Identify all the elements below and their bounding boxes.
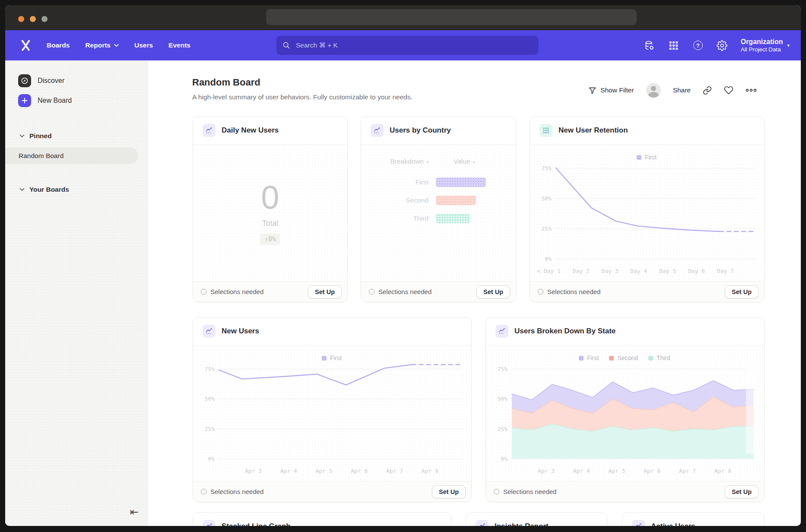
show-filter-button[interactable]: Show Filter bbox=[588, 86, 634, 95]
sidebar-collapse-button[interactable]: ⇤ bbox=[130, 507, 139, 517]
card-footer: Selections needed Set Up bbox=[361, 281, 516, 302]
legend-label: Third bbox=[657, 355, 670, 361]
desktop-background: Boards Reports Users Events ? bbox=[0, 0, 806, 532]
chevron-down-icon: ▾ bbox=[473, 160, 475, 165]
retention-grid-icon bbox=[539, 124, 552, 137]
copy-link-button[interactable] bbox=[703, 86, 712, 95]
sidebar-item-new-board[interactable]: New Board bbox=[5, 91, 148, 111]
x-axis-label: Apr 4 bbox=[280, 468, 297, 474]
org-project-switcher[interactable]: Organization All Project Data ▾ bbox=[741, 38, 790, 54]
ellipsis-icon bbox=[746, 88, 757, 92]
apps-grid-icon[interactable] bbox=[668, 40, 679, 51]
card-active-users: Active Users bbox=[622, 512, 765, 526]
set-up-button[interactable]: Set Up bbox=[725, 285, 758, 298]
heart-icon bbox=[724, 86, 733, 95]
x-axis-label: Day 6 bbox=[688, 268, 705, 274]
search-input[interactable] bbox=[295, 41, 532, 50]
window-minimize-button[interactable] bbox=[30, 16, 36, 22]
sidebar-item-label: New Board bbox=[38, 97, 72, 104]
breakdown-dropdown[interactable]: Breakdown▾ bbox=[361, 158, 428, 165]
window-controls bbox=[18, 16, 48, 22]
state-area-chart: FirstSecondThird 75%50%25%0% Apr 3Apr 4A… bbox=[486, 345, 764, 481]
page-subtitle: A high-level summary of user behaviors. … bbox=[192, 93, 413, 101]
set-up-button[interactable]: Set Up bbox=[432, 485, 466, 498]
card-title: Daily New Users bbox=[222, 126, 279, 135]
card-title: Users Broken Down By State bbox=[514, 327, 616, 336]
window-zoom-button[interactable] bbox=[41, 16, 48, 22]
share-label: Share bbox=[673, 86, 691, 94]
mixpanel-logo-icon[interactable] bbox=[20, 39, 33, 54]
card-header: Daily New Users bbox=[193, 117, 347, 145]
breakdown-columns: Breakdown▾ Value▾ bbox=[361, 158, 516, 165]
x-axis-label: Day 2 bbox=[573, 268, 590, 274]
nav-item-label: Events bbox=[168, 41, 190, 49]
window-titlebar bbox=[5, 5, 801, 30]
x-axis-label: Apr 7 bbox=[679, 468, 696, 474]
card-title: Active Users bbox=[651, 522, 695, 526]
card-title: Stacked Line Graph bbox=[222, 522, 291, 526]
share-button[interactable]: Share bbox=[673, 86, 691, 94]
empty-circle-icon bbox=[369, 289, 374, 294]
sidebar-item-discover[interactable]: Discover bbox=[5, 71, 148, 91]
status-label: Selections needed bbox=[547, 288, 600, 295]
forecast-fade-overlay bbox=[746, 367, 755, 453]
kpi-label: Total bbox=[262, 219, 278, 228]
favorite-button[interactable] bbox=[724, 86, 733, 95]
nav-item-events[interactable]: Events bbox=[168, 41, 190, 49]
help-icon[interactable]: ? bbox=[692, 40, 704, 51]
window-close-button[interactable] bbox=[18, 16, 24, 22]
plus-icon bbox=[18, 94, 31, 107]
nav-item-reports[interactable]: Reports bbox=[85, 41, 119, 49]
legend-item: First bbox=[322, 355, 342, 361]
sidebar-section-your-boards[interactable]: Your Boards bbox=[5, 182, 148, 197]
card-body: 0 Total ↑0% bbox=[193, 145, 347, 281]
card-header: Users Broken Down By State bbox=[486, 317, 764, 345]
chart-legend: First bbox=[200, 352, 463, 364]
set-up-button[interactable]: Set Up bbox=[476, 285, 510, 298]
sidebar: Discover New Board Pinned Random Board bbox=[5, 60, 148, 526]
country-breakdown-block: Breakdown▾ Value▾ FirstSecondThird bbox=[361, 145, 516, 281]
retention-chart: First 75%50%25%0% < Day 1Day 2Day 3Day 4… bbox=[530, 145, 764, 281]
status-selections-needed: Selections needed bbox=[201, 288, 263, 295]
card-users-by-country: Users by Country Breakdown▾ Value▾ First… bbox=[361, 116, 516, 302]
card-body: First 75%50%25%0% < Day 1Day 2Day 3Day 4… bbox=[530, 145, 764, 281]
data-management-icon[interactable] bbox=[644, 40, 655, 51]
kpi-delta-badge: ↑0% bbox=[260, 234, 280, 245]
global-search[interactable] bbox=[276, 36, 538, 55]
legend-swatch-icon bbox=[609, 356, 614, 361]
avatar[interactable] bbox=[646, 83, 661, 98]
nav-item-label: Reports bbox=[85, 41, 111, 49]
x-axis-label: Apr 4 bbox=[573, 468, 590, 474]
page-title: Random Board bbox=[192, 77, 260, 88]
legend-swatch-icon bbox=[322, 356, 327, 361]
bar-row-bar bbox=[436, 196, 476, 205]
value-dropdown[interactable]: Value▾ bbox=[454, 158, 475, 165]
link-icon bbox=[703, 86, 712, 95]
nav-item-users[interactable]: Users bbox=[134, 41, 153, 49]
x-axis-label: Apr 6 bbox=[644, 468, 660, 474]
legend-item: Second bbox=[609, 355, 638, 361]
app-body: Discover New Board Pinned Random Board bbox=[5, 60, 801, 526]
browser-address-bar[interactable] bbox=[266, 9, 637, 25]
sidebar-section-label: Pinned bbox=[29, 132, 52, 140]
x-axis-label: Apr 5 bbox=[316, 468, 333, 474]
settings-gear-icon[interactable] bbox=[717, 40, 728, 51]
card-header: Insights Report bbox=[466, 513, 607, 526]
set-up-button[interactable]: Set Up bbox=[725, 485, 758, 498]
set-up-button[interactable]: Set Up bbox=[308, 285, 342, 298]
sidebar-section-pinned[interactable]: Pinned bbox=[5, 129, 148, 143]
value-label: Value bbox=[454, 158, 470, 165]
question-mark-glyph: ? bbox=[693, 41, 703, 50]
bar-row-label: Third bbox=[361, 215, 428, 222]
x-axis-label: Apr 3 bbox=[538, 468, 555, 474]
org-project: All Project Data bbox=[741, 46, 783, 54]
chart-plot: 75%50%25%0% bbox=[493, 364, 756, 465]
sidebar-item-label: Random Board bbox=[19, 152, 63, 160]
more-options-button[interactable] bbox=[746, 88, 757, 92]
nav-item-boards[interactable]: Boards bbox=[47, 41, 70, 49]
legend-label: First bbox=[587, 355, 599, 361]
card-footer: Selections needed Set Up bbox=[193, 481, 471, 502]
status-selections-needed: Selections needed bbox=[201, 488, 263, 495]
sidebar-item-random-board[interactable]: Random Board bbox=[5, 148, 138, 164]
status-label: Selections needed bbox=[378, 288, 432, 295]
